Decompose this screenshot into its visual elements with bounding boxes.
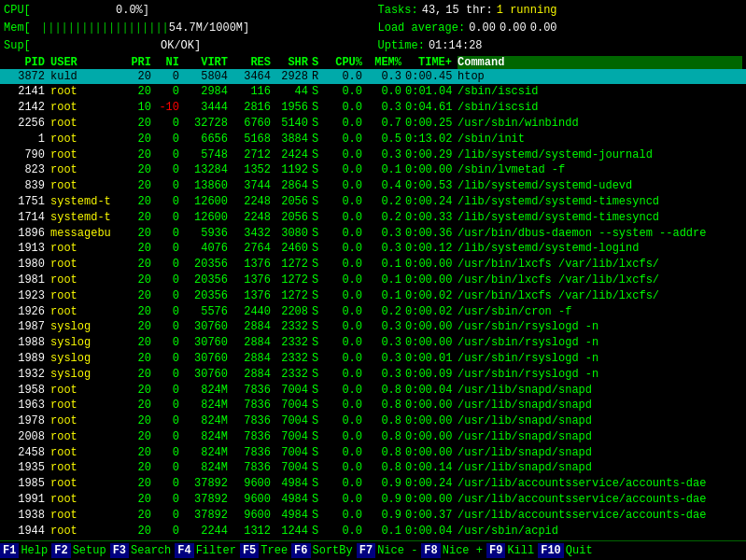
- user-val: messagebu: [50, 226, 125, 242]
- table-row[interactable]: 2142 root 10 -10 3444 2816 1956 S 0.0 0.…: [0, 100, 746, 116]
- user-val: root: [50, 508, 125, 524]
- s-val: S: [312, 147, 327, 163]
- mem-val: 0.1: [366, 162, 405, 178]
- table-row[interactable]: 1935 root 20 0 824M 7836 7004 S 0.0 0.8 …: [0, 460, 746, 476]
- footer-item-help[interactable]: F1 Help: [0, 543, 49, 558]
- s-val: S: [312, 460, 327, 476]
- s-val: S: [312, 445, 327, 461]
- s-val: S: [312, 304, 327, 320]
- table-row[interactable]: 1 root 20 0 6656 5168 3884 S 0.0 0.5 0:1…: [0, 132, 746, 147]
- virt-val: 4076: [183, 241, 232, 257]
- tasks-running: 1 running: [497, 2, 557, 20]
- cpu-val: 0.0: [327, 147, 366, 163]
- tasks-row: Tasks: 43, 15 thr: 1 running: [378, 2, 743, 20]
- table-row[interactable]: 1963 root 20 0 824M 7836 7004 S 0.0 0.8 …: [0, 398, 746, 413]
- time-val: 0:00.09: [405, 367, 457, 383]
- footer-item-search[interactable]: F3 Search: [110, 543, 174, 558]
- cpu-val: 0.0: [327, 492, 366, 508]
- table-row[interactable]: 1991 root 20 0 37892 9600 4984 S 0.0 0.9…: [0, 492, 746, 508]
- user-val: root: [50, 178, 125, 194]
- table-body: 3872 kuld 20 0 5804 3464 2928 R 0.0 0.3 …: [0, 69, 746, 539]
- table-row[interactable]: 1751 systemd-t 20 0 12600 2248 2056 S 0.…: [0, 194, 746, 210]
- pri-val: 20: [125, 492, 155, 508]
- footer-item-filter[interactable]: F4 Filter: [175, 543, 238, 558]
- table-row[interactable]: 2458 root 20 0 824M 7836 7004 S 0.0 0.8 …: [0, 445, 746, 461]
- col-header-time: TIME+: [405, 56, 457, 69]
- shr-val: 7004: [274, 383, 312, 399]
- table-row[interactable]: 2008 root 20 0 824M 7836 7004 S 0.0 0.8 …: [0, 429, 746, 445]
- s-val: S: [312, 351, 327, 367]
- s-val: S: [312, 367, 327, 383]
- table-row[interactable]: 2256 root 20 0 32728 6760 5140 S 0.0 0.7…: [0, 116, 746, 132]
- virt-val: 5748: [183, 147, 232, 163]
- table-row[interactable]: 839 root 20 0 13860 3744 2864 S 0.0 0.4 …: [0, 178, 746, 194]
- pri-val: 20: [125, 413, 155, 429]
- header-section: CPU[ 0.0%] Mem[ ||||||||||||||||||| 54.7…: [0, 0, 746, 56]
- col-header-virt: VIRT: [183, 56, 232, 69]
- footer-key: F4: [175, 543, 193, 558]
- time-val: 0:00.36: [405, 226, 457, 242]
- pri-val: 20: [125, 69, 155, 85]
- table-row[interactable]: 1981 root 20 0 20356 1376 1272 S 0.0 0.1…: [0, 273, 746, 288]
- mem-val: 0.1: [366, 273, 405, 288]
- cmd-val: /usr/lib/snapd/snapd: [457, 398, 742, 413]
- footer-key: F8: [421, 543, 440, 558]
- time-val: 0:00.00: [405, 273, 457, 288]
- table-row[interactable]: 1989 syslog 20 0 30760 2884 2332 S 0.0 0…: [0, 351, 746, 367]
- virt-val: 6656: [183, 132, 232, 147]
- shr-val: 4984: [274, 476, 312, 492]
- table-row[interactable]: 823 root 20 0 13284 1352 1192 S 0.0 0.1 …: [0, 162, 746, 178]
- footer-item-kill[interactable]: F9 Kill: [486, 543, 536, 558]
- s-val: S: [312, 162, 327, 178]
- ni-val: 0: [155, 116, 183, 132]
- table-row[interactable]: 1923 root 20 0 20356 1376 1272 S 0.0 0.1…: [0, 288, 746, 304]
- res-val: 2884: [232, 351, 274, 367]
- pid-val: 1926: [4, 304, 50, 320]
- table-row[interactable]: 1988 syslog 20 0 30760 2884 2332 S 0.0 0…: [0, 335, 746, 351]
- pid-val: 1981: [4, 273, 50, 288]
- table-row[interactable]: 1714 systemd-t 20 0 12600 2248 2056 S 0.…: [0, 210, 746, 226]
- footer-item-quit[interactable]: F10 Quit: [538, 543, 594, 558]
- pid-val: 2142: [4, 100, 50, 116]
- cpu-val: 0.0: [327, 476, 366, 492]
- time-val: 0:00.01: [405, 351, 457, 367]
- footer-item-sortby[interactable]: F6 SortBy: [291, 543, 355, 558]
- table-row[interactable]: 3872 kuld 20 0 5804 3464 2928 R 0.0 0.3 …: [0, 69, 746, 85]
- ni-val: 0: [155, 288, 183, 304]
- virt-val: 13860: [183, 178, 232, 194]
- table-row[interactable]: 1896 messagebu 20 0 5936 3432 3080 S 0.0…: [0, 226, 746, 242]
- footer-item-setup[interactable]: F2 Setup: [51, 543, 107, 558]
- footer-item-tree[interactable]: F5 Tree: [240, 543, 289, 558]
- table-row[interactable]: 1978 root 20 0 824M 7836 7004 S 0.0 0.8 …: [0, 413, 746, 429]
- shr-val: 2460: [274, 241, 312, 257]
- pid-val: 1751: [4, 194, 50, 210]
- table-row[interactable]: 2141 root 20 0 2984 116 44 S 0.0 0.0 0:0…: [0, 84, 746, 100]
- user-val: syslog: [50, 351, 125, 367]
- pid-val: 1963: [4, 398, 50, 413]
- table-row[interactable]: 1938 root 20 0 37892 9600 4984 S 0.0 0.9…: [0, 508, 746, 524]
- cpu-val: 0.0: [327, 351, 366, 367]
- footer-item-nice -[interactable]: F7 Nice -: [357, 543, 420, 558]
- table-row[interactable]: 1932 syslog 20 0 30760 2884 2332 S 0.0 0…: [0, 367, 746, 383]
- table-row[interactable]: 1944 root 20 0 2244 1312 1244 S 0.0 0.1 …: [0, 524, 746, 539]
- virt-val: 824M: [183, 383, 232, 399]
- table-row[interactable]: 1987 syslog 20 0 30760 2884 2332 S 0.0 0…: [0, 319, 746, 335]
- table-row[interactable]: 1958 root 20 0 824M 7836 7004 S 0.0 0.8 …: [0, 383, 746, 399]
- pid-val: 1932: [4, 367, 50, 383]
- user-val: kuld: [50, 69, 125, 85]
- cmd-val: /usr/lib/accountsservice/accounts-dae: [457, 476, 742, 492]
- mem-val: 54.7M/1000M]: [169, 20, 249, 37]
- table-row[interactable]: 1985 root 20 0 37892 9600 4984 S 0.0 0.9…: [0, 476, 746, 492]
- time-val: 0:00.04: [405, 524, 457, 539]
- mem-val: 0.1: [366, 524, 405, 539]
- table-row[interactable]: 1980 root 20 0 20356 1376 1272 S 0.0 0.1…: [0, 257, 746, 273]
- table-row[interactable]: 1926 root 20 0 5576 2440 2208 S 0.0 0.2 …: [0, 304, 746, 320]
- res-val: 1352: [232, 162, 274, 178]
- user-val: root: [50, 304, 125, 320]
- cpu-val: 0.0: [327, 398, 366, 413]
- virt-val: 12600: [183, 194, 232, 210]
- footer-item-nice +[interactable]: F8 Nice +: [421, 543, 485, 558]
- footer-key: F1: [0, 543, 19, 558]
- table-row[interactable]: 1913 root 20 0 4076 2764 2460 S 0.0 0.3 …: [0, 241, 746, 257]
- table-row[interactable]: 790 root 20 0 5748 2712 2424 S 0.0 0.3 0…: [0, 147, 746, 163]
